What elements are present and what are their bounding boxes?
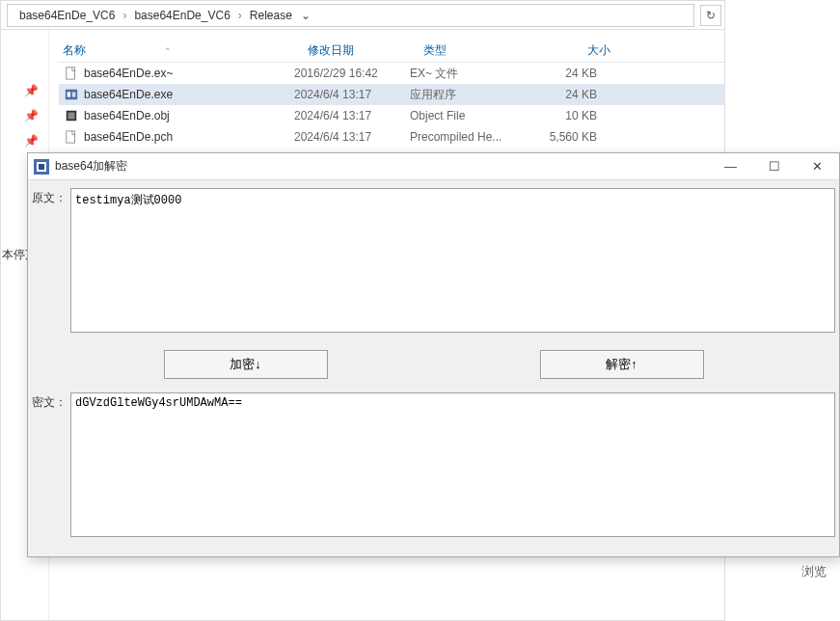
breadcrumb[interactable]: base64EnDe_VC6 › base64EnDe_VC6 › Releas… (7, 4, 694, 27)
plain-field-row: 原文： (32, 188, 835, 333)
cipher-field-row: 密文： (32, 392, 835, 537)
button-row: 加密↓ 解密↑ (32, 337, 835, 392)
col-header-size[interactable]: 大小 (539, 42, 626, 59)
plain-textarea[interactable] (70, 188, 835, 333)
sort-asc-icon: ⌃ (164, 46, 172, 56)
browse-button[interactable]: 浏览 (801, 563, 826, 580)
file-icon (63, 88, 80, 101)
refresh-button[interactable]: ↻ (700, 5, 721, 26)
file-row[interactable]: base64EnDe.ex~2016/2/29 16:42EX~ 文件24 KB (59, 63, 829, 84)
pin-icon[interactable]: 📌 (1, 128, 48, 153)
svg-rect-9 (39, 164, 44, 170)
file-type: 应用程序 (410, 87, 526, 103)
col-header-name-label: 名称 (63, 43, 86, 57)
file-name: base64EnDe.ex~ (84, 67, 173, 80)
file-name: base64EnDe.pch (84, 130, 173, 144)
file-date: 2024/6/4 13:17 (294, 130, 410, 144)
breadcrumb-item-1[interactable]: base64EnDe_VC6 (128, 9, 235, 22)
file-size: 24 KB (526, 88, 612, 101)
breadcrumb-item-2[interactable]: Release (244, 9, 298, 22)
col-header-type[interactable]: 类型 (423, 42, 539, 59)
svg-rect-2 (68, 92, 71, 96)
dialog-titlebar[interactable]: base64加解密 — ☐ ✕ (28, 153, 839, 180)
app-icon (34, 159, 49, 175)
file-row[interactable]: base64EnDe.obj2024/6/4 13:17Object File1… (59, 105, 829, 126)
cipher-textarea[interactable] (70, 392, 835, 537)
pin-icon[interactable]: 📌 (1, 103, 48, 128)
window-controls: — ☐ ✕ (709, 153, 839, 180)
file-date: 2016/2/29 16:42 (294, 67, 410, 80)
file-size: 24 KB (526, 67, 612, 80)
svg-rect-0 (67, 68, 75, 79)
file-type: EX~ 文件 (410, 66, 526, 82)
dialog-body: 原文： 加密↓ 解密↑ 密文： (28, 180, 839, 556)
plain-label: 原文： (32, 188, 70, 206)
pin-icon[interactable]: 📌 (1, 78, 48, 103)
breadcrumb-item-0[interactable]: base64EnDe_VC6 (14, 9, 121, 22)
explorer-header: base64EnDe_VC6 › base64EnDe_VC6 › Releas… (1, 1, 839, 30)
close-button[interactable]: ✕ (796, 153, 839, 180)
file-icon (63, 130, 80, 144)
svg-rect-5 (68, 113, 75, 120)
file-type: Precompiled He... (410, 130, 526, 144)
file-date: 2024/6/4 13:17 (294, 88, 410, 101)
file-name: base64EnDe.obj (84, 109, 170, 122)
dialog-title: base64加解密 (55, 158, 709, 175)
minimize-button[interactable]: — (709, 153, 752, 180)
base64-dialog: base64加解密 — ☐ ✕ 原文： 加密↓ 解密↑ 密文： (27, 152, 840, 557)
decrypt-button[interactable]: 解密↑ (540, 350, 704, 379)
file-list-header: 名称 ⌃ 修改日期 类型 大小 (59, 40, 829, 63)
file-icon (63, 67, 80, 80)
file-size: 10 KB (526, 109, 612, 122)
file-row[interactable]: base64EnDe.exe2024/6/4 13:17应用程序24 KB (59, 84, 829, 105)
chevron-down-icon[interactable]: ⌄ (298, 9, 313, 22)
col-header-name[interactable]: 名称 ⌃ (59, 42, 308, 59)
file-row[interactable]: base64EnDe.pch2024/6/4 13:17Precompiled … (59, 126, 829, 148)
file-type: Object File (410, 109, 526, 122)
svg-rect-3 (72, 92, 76, 96)
breadcrumb-sep-icon: › (236, 9, 244, 22)
file-size: 5,560 KB (526, 130, 612, 144)
file-date: 2024/6/4 13:17 (294, 109, 410, 122)
col-header-date[interactable]: 修改日期 (308, 42, 423, 59)
encrypt-button[interactable]: 加密↓ (164, 350, 328, 379)
cipher-label: 密文： (32, 392, 70, 411)
breadcrumb-sep-icon: › (121, 9, 128, 22)
svg-rect-6 (67, 131, 75, 143)
file-name: base64EnDe.exe (84, 88, 173, 101)
maximize-button[interactable]: ☐ (752, 153, 796, 180)
file-icon (63, 109, 80, 122)
